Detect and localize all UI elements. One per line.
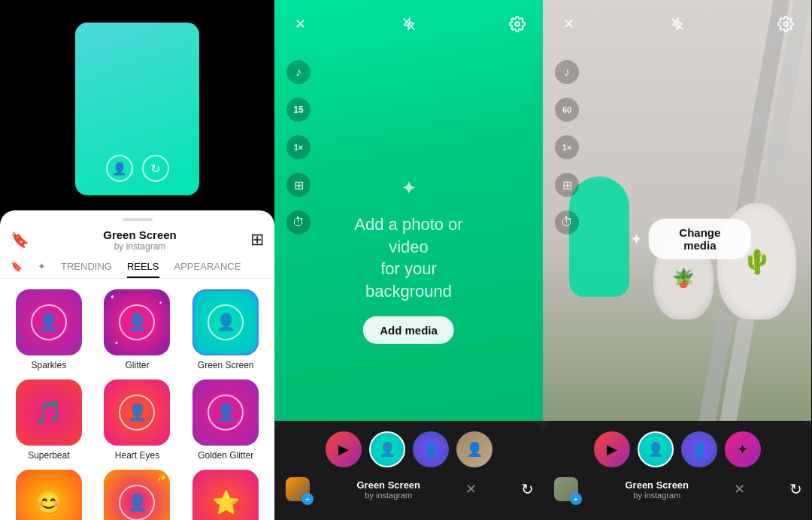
dismiss-effect-icon[interactable]: ✕: [465, 481, 477, 497]
music-icon[interactable]: ♪: [286, 60, 311, 84]
thumb-reel[interactable]: ▶: [326, 431, 362, 467]
tab-trending[interactable]: TRENDING: [61, 256, 112, 278]
camera-bottom-bar-right: + Green Screen by instagram ✕ ↻: [543, 473, 811, 505]
settings-icon-right[interactable]: [774, 12, 798, 36]
effect-goldenglitter[interactable]: 👤 Golden Glitter: [183, 376, 268, 464]
close-icon-right[interactable]: ✕: [556, 12, 580, 36]
add-clip-plus-right: +: [570, 493, 582, 505]
effect-thumb-glitter: 👤 ✦ ✦ ✦: [104, 289, 170, 355]
sparkle-icon: ✦: [630, 230, 643, 248]
thumb-sparkle-right[interactable]: ✦: [725, 431, 761, 467]
preview-thumbnail-right[interactable]: +: [552, 475, 580, 503]
change-media-container: ✦ Change media: [630, 219, 751, 259]
effects-panel: 👤 ↻ 🔖 Green Screen by instagram ⊞ 🔖 ✦ TR…: [0, 0, 274, 520]
speed-icon[interactable]: 1×: [286, 135, 311, 159]
effect-greenscreen[interactable]: 👤 Green Screen: [183, 286, 268, 373]
effect-glitter-label: Glitter: [125, 360, 149, 370]
flash-off-icon[interactable]: [397, 12, 421, 36]
preview-thumbnail[interactable]: +: [283, 475, 312, 503]
bookmark-icon[interactable]: 🔖: [11, 231, 29, 249]
thumb-purple-right[interactable]: 👤: [681, 431, 717, 467]
effect-sparkles[interactable]: 👤 Sparkles: [6, 286, 92, 373]
effect-row3c[interactable]: ⭐: [183, 467, 268, 520]
camera-top-bar-right: ✕: [543, 12, 811, 36]
effect-thumb-superbeat: 🎵: [16, 379, 82, 446]
left-tools-right: ♪ 60 1× ⊞ ⏱: [555, 60, 579, 234]
layout-icon[interactable]: ⊞: [286, 173, 311, 197]
layout-icon-right[interactable]: ⊞: [555, 173, 579, 197]
camera-bottom-bar: + Green Screen by instagram ✕ ↻: [274, 473, 543, 505]
effect-thumb-goldenglitter: 👤: [192, 379, 259, 446]
tab-reels[interactable]: REELS: [127, 256, 159, 278]
real-bg: 🌵 🪴: [543, 0, 811, 421]
add-effect-icon[interactable]: ⊞: [250, 230, 264, 249]
timer-icon[interactable]: 15: [286, 98, 311, 122]
effect-thumb-row3b: 👤 ✨: [104, 470, 170, 520]
timer-icon-right[interactable]: 60: [555, 98, 579, 122]
thumb-greenscreen-active[interactable]: 👤: [369, 431, 405, 467]
camera-panel-right: 🌵 🪴 ✕ ♪ 60 1× ⊞ ⏱: [543, 0, 811, 520]
effect-title: Green Screen: [103, 228, 177, 241]
effects-sheet: 🔖 Green Screen by instagram ⊞ 🔖 ✦ TRENDI…: [0, 210, 274, 520]
effect-thumb-greenscreen: 👤: [192, 289, 259, 355]
flash-off-icon-right[interactable]: [665, 12, 689, 36]
effect-row3b[interactable]: 👤 ✨: [95, 467, 180, 520]
effect-hearteyes-label: Heart Eyes: [115, 450, 159, 461]
add-clip-plus: +: [301, 493, 314, 505]
effect-thumbs-row-right: ▶ 👤 👤 ✦: [594, 421, 761, 473]
refresh-icon: ↻: [142, 155, 169, 182]
svg-point-1: [515, 22, 520, 26]
add-media-plus-icon: ✦: [401, 177, 417, 200]
effect-thumb-hearteyes: 👤: [104, 379, 170, 446]
thumb-purple[interactable]: 👤: [413, 431, 449, 467]
tab-magic[interactable]: ✦: [38, 256, 46, 278]
effect-thumb-row3a: 😊: [16, 470, 82, 520]
effect-author: by instagram: [103, 241, 177, 252]
camera-bottom-strip-right: ▶ 👤 👤 ✦ + Green Screen by instagram ✕ ↻: [543, 421, 811, 520]
effect-label-right: Green Screen by instagram: [625, 479, 689, 500]
camera-bottom-strip: ▶ 👤 👤 👤 + Green Screen by instagram ✕ ↻: [274, 421, 543, 520]
tab-bookmark[interactable]: 🔖: [11, 256, 23, 278]
add-media-button[interactable]: Add media: [363, 316, 454, 343]
svg-point-3: [783, 22, 788, 26]
add-media-area: ✦ Add a photo or video for your backgrou…: [341, 177, 476, 344]
effect-name-label-right: Green Screen: [625, 479, 689, 491]
effects-grid: 👤 Sparkles 👤 ✦ ✦ ✦ Glitter 👤 Green S: [0, 279, 274, 520]
effect-thumbs-row: ▶ 👤 👤 👤: [326, 421, 492, 473]
effect-sparkles-label: Sparkles: [31, 360, 66, 370]
flip-camera-icon-right[interactable]: ↻: [789, 480, 802, 498]
effect-preview-area: 👤 ↻: [0, 0, 274, 210]
camera-top-bar: ✕: [274, 12, 543, 36]
tab-appearance[interactable]: APPEARANCE: [174, 256, 241, 278]
effect-name-label: Green Screen: [356, 479, 420, 491]
change-media-button[interactable]: Change media: [649, 219, 751, 259]
effect-goldenglitter-label: Golden Glitter: [198, 450, 253, 461]
clock-icon-right[interactable]: ⏱: [555, 210, 579, 234]
effect-glitter[interactable]: 👤 ✦ ✦ ✦ Glitter: [95, 286, 180, 373]
effect-by-label: by instagram: [365, 491, 412, 500]
dismiss-effect-icon-right[interactable]: ✕: [734, 481, 745, 497]
preview-card: 👤 ↻: [75, 23, 199, 195]
effect-hearteyes[interactable]: 👤 Heart Eyes: [95, 376, 180, 464]
settings-icon[interactable]: [505, 12, 529, 36]
add-media-text: Add a photo or video for your background: [341, 213, 476, 303]
close-icon[interactable]: ✕: [288, 12, 312, 36]
thumb-greenscreen-right[interactable]: 👤: [638, 431, 674, 467]
thumb-face[interactable]: 👤: [456, 431, 492, 467]
flip-camera-icon[interactable]: ↻: [521, 480, 534, 498]
tabs-row: 🔖 ✦ TRENDING REELS APPEARANCE: [0, 253, 274, 279]
speed-icon-right[interactable]: 1×: [555, 135, 579, 159]
music-icon-right[interactable]: ♪: [555, 60, 579, 84]
clock-icon[interactable]: ⏱: [286, 210, 311, 234]
effect-label: Green Screen by instagram: [356, 479, 420, 500]
sheet-handle: [123, 218, 153, 221]
effect-by-label-right: by instagram: [633, 491, 680, 500]
effect-row3a[interactable]: 😊: [6, 467, 92, 520]
person-icon: 👤: [106, 155, 133, 182]
effect-greenscreen-label: Green Screen: [198, 360, 254, 370]
effect-superbeat[interactable]: 🎵 Superbeat: [6, 376, 92, 464]
effect-thumb-sparkles: 👤: [16, 289, 82, 355]
thumb-reel-right[interactable]: ▶: [594, 431, 630, 467]
effect-thumb-row3c: ⭐: [192, 470, 259, 520]
left-tools: ♪ 15 1× ⊞ ⏱: [286, 60, 311, 234]
